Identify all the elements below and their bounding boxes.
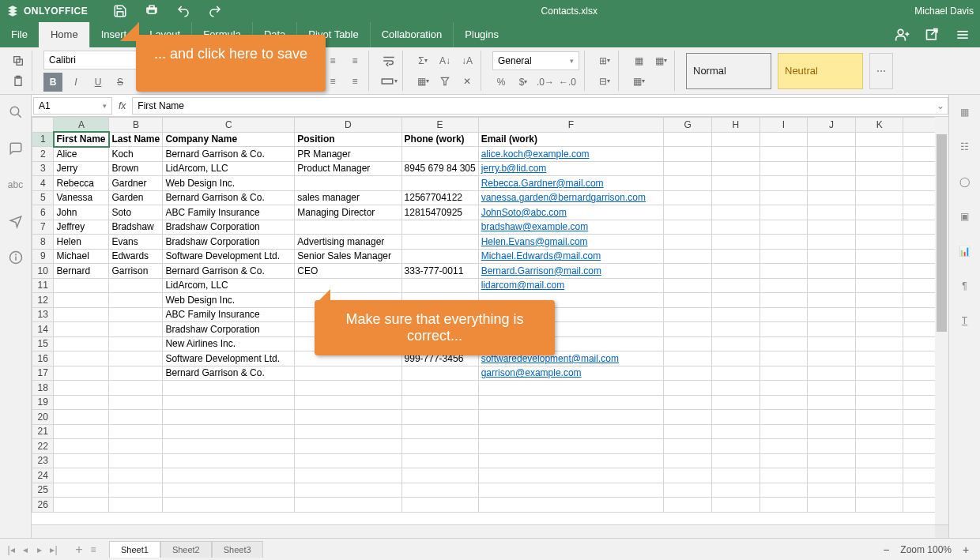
cell[interactable]: Bernard xyxy=(54,264,109,279)
email-link[interactable]: JohnSoto@abc.com xyxy=(481,207,567,218)
spellcheck-icon[interactable]: abc xyxy=(6,175,25,194)
table-settings-icon[interactable]: ☷ xyxy=(956,137,974,156)
cell[interactable] xyxy=(760,190,807,205)
cell[interactable]: Koch xyxy=(109,147,163,162)
cell[interactable] xyxy=(808,381,856,396)
cell[interactable] xyxy=(808,453,856,468)
more-styles-icon[interactable]: ⋯ xyxy=(869,53,893,89)
cell[interactable] xyxy=(808,205,856,220)
cell[interactable] xyxy=(295,381,401,396)
cell[interactable] xyxy=(401,278,478,293)
cell[interactable] xyxy=(478,424,664,439)
chart-settings-icon[interactable]: 📊 xyxy=(956,242,974,261)
paragraph-settings-icon[interactable]: ¶ xyxy=(956,276,974,295)
feedback-icon[interactable] xyxy=(6,212,25,231)
cell[interactable] xyxy=(109,468,163,483)
hamburger-icon[interactable] xyxy=(953,25,972,44)
cell[interactable] xyxy=(54,498,109,513)
cell[interactable] xyxy=(109,498,163,513)
row-header-1[interactable]: 1 xyxy=(32,132,54,147)
cell[interactable] xyxy=(109,366,163,381)
cell[interactable] xyxy=(760,249,807,264)
cell[interactable] xyxy=(855,498,903,513)
cell[interactable] xyxy=(712,190,760,205)
email-link[interactable]: Michael.Edwards@mail.com xyxy=(481,250,601,261)
col-header-H[interactable]: H xyxy=(712,118,760,133)
cell[interactable] xyxy=(808,132,856,147)
menu-tab-home[interactable]: Home xyxy=(39,22,89,47)
cell[interactable]: garrison@example.com xyxy=(478,366,664,381)
cell[interactable] xyxy=(664,205,712,220)
col-header-C[interactable]: C xyxy=(163,118,295,133)
cell[interactable] xyxy=(760,381,807,396)
cell[interactable] xyxy=(478,381,664,396)
cell[interactable] xyxy=(760,176,807,191)
cell[interactable]: Advertising manager xyxy=(295,235,401,250)
cell[interactable] xyxy=(54,410,109,425)
cell[interactable] xyxy=(664,278,712,293)
cell[interactable] xyxy=(664,220,712,235)
cell[interactable] xyxy=(163,468,295,483)
cell[interactable] xyxy=(163,498,295,513)
cell[interactable] xyxy=(760,468,807,483)
cell[interactable] xyxy=(664,439,712,454)
cell[interactable] xyxy=(401,468,478,483)
cell[interactable] xyxy=(760,293,807,308)
cell[interactable]: Bernard Garrison & Co. xyxy=(163,147,295,162)
cell[interactable]: jerry.b@lid.com xyxy=(478,161,664,176)
cell[interactable]: Bernard Garrison & Co. xyxy=(163,264,295,279)
cell[interactable] xyxy=(712,424,760,439)
cell[interactable] xyxy=(712,307,760,322)
cell[interactable] xyxy=(808,264,856,279)
cell[interactable] xyxy=(478,410,664,425)
cell[interactable]: 12567704122 xyxy=(401,190,478,205)
cell[interactable] xyxy=(760,424,807,439)
email-link[interactable]: Bernard.Garrison@mail.com xyxy=(481,265,601,276)
cell[interactable] xyxy=(109,351,163,366)
search-icon[interactable] xyxy=(6,103,25,122)
email-link[interactable]: lidarcom@mail.com xyxy=(481,280,565,291)
cell[interactable] xyxy=(808,366,856,381)
currency-icon[interactable]: $▾ xyxy=(514,73,532,91)
cell[interactable]: Jerry xyxy=(54,161,109,176)
cell[interactable] xyxy=(295,424,401,439)
cell[interactable] xyxy=(109,424,163,439)
cell[interactable] xyxy=(54,366,109,381)
cell[interactable] xyxy=(855,395,903,410)
cell[interactable] xyxy=(664,366,712,381)
row-header-25[interactable]: 25 xyxy=(32,483,54,498)
cell[interactable] xyxy=(54,468,109,483)
row-header-9[interactable]: 9 xyxy=(32,249,54,264)
cell[interactable] xyxy=(54,322,109,337)
cell[interactable] xyxy=(109,483,163,498)
menu-tab-plugins[interactable]: Plugins xyxy=(453,22,510,47)
cell[interactable] xyxy=(712,264,760,279)
cell[interactable]: Phone (work) xyxy=(401,132,478,147)
cell[interactable] xyxy=(54,453,109,468)
cell[interactable] xyxy=(163,381,295,396)
cell[interactable]: Bernard.Garrison@mail.com xyxy=(478,264,664,279)
row-header-18[interactable]: 18 xyxy=(32,381,54,396)
cell[interactable] xyxy=(712,161,760,176)
style-neutral[interactable]: Neutral xyxy=(778,53,863,89)
decrease-decimal-icon[interactable]: ←.0 xyxy=(559,73,576,91)
cell[interactable] xyxy=(712,351,760,366)
italic-button[interactable]: I xyxy=(67,73,85,91)
cell[interactable]: Evans xyxy=(109,235,163,250)
cell[interactable] xyxy=(401,483,478,498)
cell[interactable] xyxy=(401,395,478,410)
undo-icon[interactable] xyxy=(175,2,192,20)
cell[interactable] xyxy=(855,424,903,439)
menu-tab-file[interactable]: File xyxy=(0,22,39,47)
cell[interactable] xyxy=(855,220,903,235)
cell[interactable] xyxy=(664,293,712,308)
cell[interactable] xyxy=(808,220,856,235)
wrap-text-icon[interactable] xyxy=(380,52,398,70)
clear-filter-icon[interactable]: ✕ xyxy=(458,73,476,90)
cell[interactable] xyxy=(808,161,856,176)
select-all-corner[interactable] xyxy=(32,118,54,133)
cell[interactable] xyxy=(401,453,478,468)
col-header-E[interactable]: E xyxy=(401,118,478,133)
col-header-A[interactable]: A xyxy=(54,118,109,133)
cell[interactable]: ABC Family Insurance xyxy=(163,307,295,322)
